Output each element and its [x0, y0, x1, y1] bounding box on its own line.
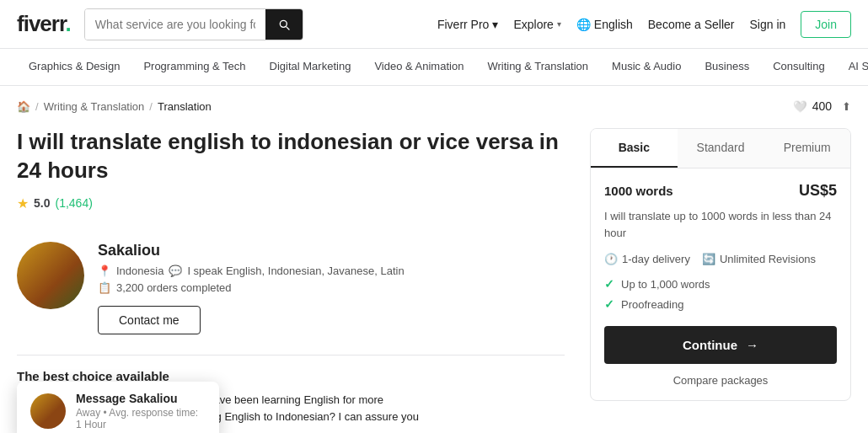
location-icon: 📍 [98, 265, 111, 277]
like-count: 400 [812, 99, 832, 113]
seller-card: Sakaliou 📍 Indonesia 💬 I speak English, … [17, 228, 565, 348]
explore-dropdown-arrow: ▾ [557, 19, 561, 29]
contact-button[interactable]: Contact me [98, 306, 201, 334]
seller-avatar-wrap [17, 242, 84, 309]
avatar [17, 242, 84, 309]
panel-description: I will translate up to 1000 words in les… [604, 208, 837, 241]
popup-avatar [30, 393, 66, 429]
price-value: US$5 [799, 182, 837, 200]
gig-title: I will translate english to indonesian o… [17, 121, 565, 185]
breadcrumb-current: Translation [158, 100, 212, 113]
breadcrumb-sep-2: / [149, 100, 153, 113]
cat-graphics-design[interactable]: Graphics & Design [17, 49, 131, 86]
breadcrumb-area: 🏠 / Writing & Translation / Translation … [0, 86, 868, 121]
rating-row: ★ 5.0 (1,464) [17, 195, 565, 211]
panel-body: 1000 words US$5 I will translate up to 1… [591, 168, 850, 400]
popup-info: Message Sakaliou Away • Avg. response ti… [76, 392, 206, 430]
tab-premium[interactable]: Premium [764, 129, 850, 168]
check-icon-1: ✓ [604, 277, 614, 291]
search-button[interactable] [265, 9, 303, 40]
continue-button[interactable]: Continue → [604, 326, 837, 364]
seller-name: Sakaliou [98, 242, 565, 259]
popup-status: Away • Avg. response time: 1 Hour [76, 407, 206, 430]
globe-icon: 🌐 [576, 18, 591, 31]
cat-business[interactable]: Business [693, 49, 761, 86]
like-button[interactable]: 🤍 400 [793, 99, 832, 113]
orders-completed: 3,200 orders completed [116, 281, 232, 294]
breadcrumb-cat[interactable]: Writing & Translation [44, 100, 145, 113]
seller-details: Sakaliou 📍 Indonesia 💬 I speak English, … [98, 242, 565, 334]
popup-title: Message Sakaliou [76, 392, 206, 405]
words-label: 1000 words [604, 184, 673, 198]
pro-dropdown-arrow: ▾ [492, 18, 498, 31]
heart-icon: 🤍 [793, 100, 807, 113]
refresh-icon: 🔄 [702, 253, 715, 265]
join-button[interactable]: Join [801, 11, 851, 38]
away-status: Away [76, 407, 100, 419]
continue-label: Continue [683, 338, 737, 352]
share-button[interactable]: ⬆ [842, 100, 851, 113]
search-bar [84, 8, 303, 40]
compare-packages-link[interactable]: Compare packages [604, 374, 837, 387]
breadcrumb-home[interactable]: 🏠 [17, 100, 30, 113]
cat-programming-tech[interactable]: Programming & Tech [131, 49, 257, 86]
language-nav[interactable]: 🌐 English [576, 18, 633, 31]
right-column: Basic Standard Premium 1000 words US$5 I… [590, 121, 851, 433]
seller-location-row: 📍 Indonesia 💬 I speak English, Indonesia… [98, 265, 565, 277]
revisions-label: Unlimited Revisions [720, 253, 816, 265]
orders-icon: 📋 [98, 281, 111, 294]
tab-standard[interactable]: Standard [678, 129, 764, 168]
seller-location: Indonesia [116, 265, 163, 277]
speech-icon: 💬 [169, 265, 182, 277]
pricing-panel: Basic Standard Premium 1000 words US$5 I… [590, 128, 851, 401]
cat-consulting[interactable]: Consulting [761, 49, 836, 86]
logo[interactable]: fiverr. [17, 11, 71, 37]
orders-row: 📋 3,200 orders completed [98, 281, 565, 294]
feat-delivery: 🕐 1-day delivery [604, 253, 690, 265]
rating-count[interactable]: (1,464) [55, 196, 92, 210]
main-wrapper: I will translate english to indonesian o… [0, 121, 868, 433]
checklist: ✓ Up to 1,000 words ✓ Proofreading [604, 277, 837, 311]
cat-ai-services[interactable]: AI Se [837, 49, 868, 86]
search-input[interactable] [85, 9, 265, 40]
check-proofreading: ✓ Proofreading [604, 297, 837, 311]
category-nav: Graphics & Design Programming & Tech Dig… [0, 49, 868, 86]
cat-writing-translation[interactable]: Writing & Translation [475, 49, 600, 86]
price-row: 1000 words US$5 [604, 182, 837, 200]
cat-digital-marketing[interactable]: Digital Marketing [258, 49, 363, 86]
header: fiverr. Fiverr Pro ▾ Explore ▾ 🌐 English… [0, 0, 868, 49]
clock-icon: 🕐 [604, 253, 618, 265]
delivery-label: 1-day delivery [622, 253, 690, 265]
feature-1: Up to 1,000 words [621, 278, 710, 291]
cat-video-animation[interactable]: Video & Animation [362, 49, 475, 86]
nav-links: Fiverr Pro ▾ Explore ▾ 🌐 English Become … [437, 11, 851, 38]
feature-2: Proofreading [621, 298, 683, 311]
check-words: ✓ Up to 1,000 words [604, 277, 837, 291]
feat-revisions: 🔄 Unlimited Revisions [702, 253, 816, 265]
explore-nav[interactable]: Explore ▾ [513, 18, 560, 31]
fiverr-pro-nav[interactable]: Fiverr Pro ▾ [437, 18, 498, 31]
message-popup[interactable]: Message Sakaliou Away • Avg. response ti… [17, 382, 219, 433]
star-icon: ★ [17, 195, 29, 211]
become-seller-button[interactable]: Become a Seller [648, 18, 735, 31]
sign-in-button[interactable]: Sign in [750, 18, 786, 31]
breadcrumb: 🏠 / Writing & Translation / Translation [17, 100, 212, 113]
check-icon-2: ✓ [604, 297, 614, 311]
share-icon: ⬆ [842, 100, 851, 113]
pricing-tabs: Basic Standard Premium [591, 129, 850, 168]
continue-arrow: → [746, 338, 758, 352]
seller-meta: 📍 Indonesia 💬 I speak English, Indonesia… [98, 265, 565, 294]
rating-score: 5.0 [34, 196, 50, 210]
breadcrumb-actions: 🤍 400 ⬆ [793, 99, 851, 113]
seller-languages: I speak English, Indonesian, Javanese, L… [187, 265, 404, 277]
breadcrumb-sep-1: / [35, 100, 39, 113]
cat-music-audio[interactable]: Music & Audio [600, 49, 693, 86]
tab-basic[interactable]: Basic [591, 129, 678, 168]
features-row: 🕐 1-day delivery 🔄 Unlimited Revisions [604, 253, 837, 265]
